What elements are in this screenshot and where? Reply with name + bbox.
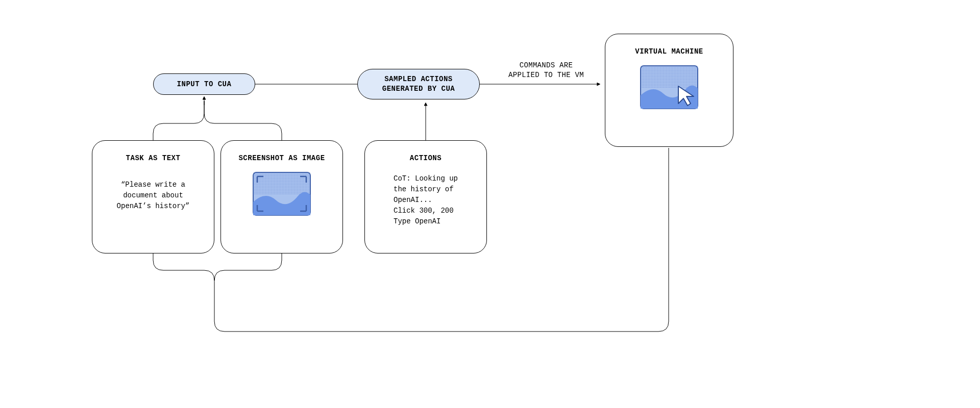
card-vm-title: VIRTUAL MACHINE: [618, 47, 721, 56]
label-commands-applied: COMMANDS ARE APPLIED TO THE VM: [495, 51, 597, 80]
card-task-as-text: TASK AS TEXT “Please write a document ab…: [92, 140, 214, 253]
card-actions-title: ACTIONS: [377, 154, 474, 162]
vm-screen-icon: [639, 64, 700, 110]
card-screenshot-title: SCREENSHOT AS IMAGE: [233, 154, 330, 162]
svg-rect-8: [641, 66, 698, 88]
screenshot-image-icon: [251, 170, 312, 216]
card-task-title: TASK AS TEXT: [105, 154, 202, 162]
pill-sampled-label: SAMPLED ACTIONS GENERATED BY CUA: [382, 74, 455, 94]
card-actions-body: CoT: Looking up the history of OpenAI...…: [394, 173, 458, 227]
svg-rect-6: [253, 172, 310, 195]
card-task-body: “Please write a document about OpenAI’s …: [117, 180, 190, 212]
pill-input-to-cua: INPUT TO CUA: [153, 73, 255, 95]
card-screenshot-as-image: SCREENSHOT AS IMAGE: [220, 140, 343, 253]
card-actions: ACTIONS CoT: Looking up the history of O…: [364, 140, 487, 253]
card-virtual-machine: VIRTUAL MACHINE: [605, 34, 733, 147]
pill-sampled-actions: SAMPLED ACTIONS GENERATED BY CUA: [357, 69, 480, 99]
pill-input-label: INPUT TO CUA: [177, 80, 232, 89]
